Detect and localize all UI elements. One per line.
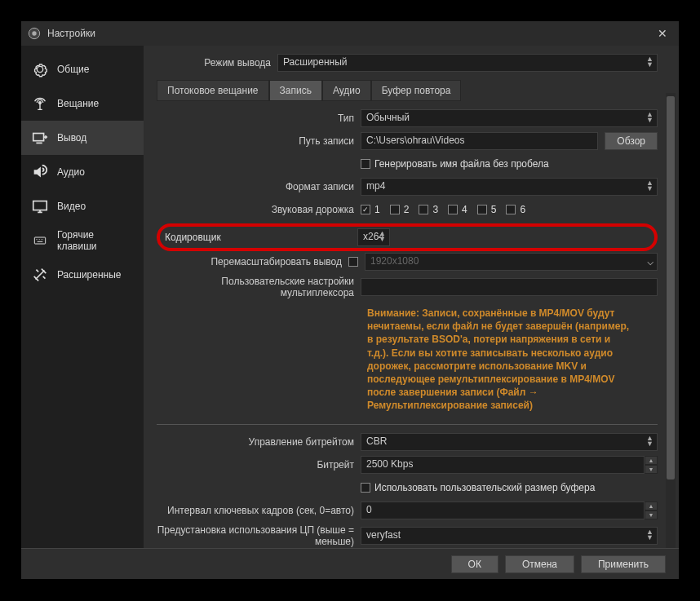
output-icon bbox=[31, 129, 49, 147]
checkbox-icon bbox=[361, 483, 370, 493]
gen-nospace-label: Генерировать имя файла без пробела bbox=[374, 158, 549, 170]
sidebar-item-stream[interactable]: Вещание bbox=[21, 86, 144, 121]
sidebar-label: Вещание bbox=[57, 98, 99, 109]
keyboard-icon bbox=[31, 232, 49, 250]
close-button[interactable]: ✕ bbox=[653, 27, 672, 40]
cancel-button[interactable]: Отмена bbox=[505, 555, 574, 573]
encoder-highlight: Кодировщик x264▲▼ bbox=[157, 223, 658, 251]
sidebar-label: Общие bbox=[57, 64, 89, 75]
titlebar: Настройки ✕ bbox=[21, 21, 679, 46]
sidebar-item-advanced[interactable]: Расширенные bbox=[21, 258, 144, 292]
track-2-checkbox[interactable]: 2 bbox=[390, 204, 410, 215]
mp4-warning: Внимание: Записи, сохранённые в MP4/MOV … bbox=[367, 303, 633, 416]
format-label: Формат записи bbox=[157, 181, 361, 192]
divider bbox=[157, 424, 658, 425]
svg-point-2 bbox=[39, 102, 42, 104]
gear-icon bbox=[31, 60, 49, 78]
tabs: Потоковое вещание Запись Аудио Буфер пов… bbox=[157, 80, 658, 101]
sidebar: Общие Вещание Вывод Аудио Видео Горячие … bbox=[21, 46, 144, 548]
sidebar-label: Аудио bbox=[57, 166, 85, 178]
scrollbar[interactable] bbox=[666, 93, 676, 548]
track-4-checkbox[interactable]: 4 bbox=[448, 204, 467, 215]
muxer-label: Пользовательские настройки мультиплексор… bbox=[157, 276, 361, 298]
footer: ОК Отмена Применить bbox=[21, 548, 679, 579]
sidebar-label: Горячие клавиши bbox=[57, 229, 134, 252]
path-label: Путь записи bbox=[157, 135, 361, 147]
checkbox-icon bbox=[361, 159, 370, 169]
window-title: Настройки bbox=[47, 28, 653, 39]
app-logo-icon bbox=[28, 27, 41, 40]
speaker-icon bbox=[31, 163, 49, 181]
monitor-icon bbox=[31, 197, 49, 215]
svg-point-1 bbox=[32, 31, 36, 35]
browse-button[interactable]: Обзор bbox=[605, 132, 658, 150]
scrollbar-thumb[interactable] bbox=[667, 96, 675, 479]
rescale-label: Перемасштабировать вывод bbox=[157, 256, 348, 267]
preset-select[interactable]: veryfast▲▼ bbox=[361, 527, 658, 545]
keyint-input[interactable]: 0 bbox=[361, 502, 645, 519]
sidebar-label: Видео bbox=[57, 201, 86, 212]
bitrate-label: Битрейт bbox=[157, 459, 361, 471]
tab-replay-buffer[interactable]: Буфер повтора bbox=[371, 80, 462, 101]
type-label: Тип bbox=[157, 113, 361, 124]
sidebar-item-audio[interactable]: Аудио bbox=[21, 155, 144, 189]
tab-streaming[interactable]: Потоковое вещание bbox=[157, 80, 269, 101]
sidebar-label: Расширенные bbox=[57, 269, 122, 281]
path-input[interactable]: C:\Users\ohrau\Videos bbox=[361, 132, 598, 150]
antenna-icon bbox=[31, 95, 49, 113]
sidebar-item-general[interactable]: Общие bbox=[21, 52, 144, 86]
rescale-checkbox[interactable] bbox=[348, 257, 358, 267]
tracks-label: Звуковая дорожка bbox=[157, 204, 361, 215]
track-5-checkbox[interactable]: 5 bbox=[477, 204, 497, 215]
content-pane: Режим вывода Расширенный▲▼ Потоковое вещ… bbox=[144, 46, 679, 548]
svg-rect-5 bbox=[34, 237, 45, 244]
bitrate-down[interactable]: ▼ bbox=[645, 465, 658, 474]
track-6-checkbox[interactable]: 6 bbox=[506, 204, 525, 215]
preset-label: Предустановка использования ЦП (выше = м… bbox=[157, 524, 361, 547]
svg-rect-3 bbox=[33, 134, 44, 141]
gen-nospace-checkbox[interactable]: Генерировать имя файла без пробела bbox=[361, 158, 658, 170]
keyint-down[interactable]: ▼ bbox=[645, 510, 658, 519]
tab-recording[interactable]: Запись bbox=[269, 80, 322, 101]
track-1-checkbox[interactable]: ✓1 bbox=[361, 204, 380, 215]
keyint-label: Интервал ключевых кадров (сек, 0=авто) bbox=[157, 505, 361, 516]
rate-control-label: Управление битрейтом bbox=[157, 436, 361, 448]
output-mode-label: Режим вывода bbox=[157, 57, 277, 68]
custom-buffer-label: Использовать пользовательский размер буф… bbox=[374, 482, 595, 493]
sidebar-item-output[interactable]: Вывод bbox=[21, 121, 144, 155]
tools-icon bbox=[31, 266, 49, 284]
apply-button[interactable]: Применить bbox=[581, 555, 666, 573]
bitrate-up[interactable]: ▲ bbox=[645, 456, 658, 465]
ok-button[interactable]: ОК bbox=[451, 555, 498, 573]
sidebar-item-video[interactable]: Видео bbox=[21, 189, 144, 223]
sidebar-item-hotkeys[interactable]: Горячие клавиши bbox=[21, 223, 144, 258]
keyint-up[interactable]: ▲ bbox=[645, 502, 658, 510]
audio-tracks: ✓1 2 3 4 5 6 bbox=[361, 204, 658, 215]
svg-rect-4 bbox=[33, 201, 47, 210]
custom-buffer-checkbox[interactable]: Использовать пользовательский размер буф… bbox=[361, 482, 658, 493]
rate-control-select[interactable]: CBR▲▼ bbox=[361, 433, 658, 451]
output-mode-select[interactable]: Расширенный▲▼ bbox=[277, 54, 658, 72]
muxer-input[interactable] bbox=[361, 278, 658, 296]
settings-window: Настройки ✕ Общие Вещание Вывод Аудио bbox=[21, 21, 679, 579]
format-select[interactable]: mp4▲▼ bbox=[361, 178, 658, 196]
bitrate-input[interactable]: 2500 Kbps bbox=[361, 456, 645, 474]
encoder-label: Кодировщик bbox=[165, 232, 357, 243]
encoder-select[interactable]: x264▲▼ bbox=[357, 228, 390, 246]
sidebar-label: Вывод bbox=[57, 132, 86, 144]
type-select[interactable]: Обычный▲▼ bbox=[361, 109, 658, 127]
rescale-select[interactable]: 1920x1080⌵ bbox=[365, 253, 658, 271]
track-3-checkbox[interactable]: 3 bbox=[419, 204, 438, 215]
tab-audio[interactable]: Аудио bbox=[322, 80, 371, 101]
